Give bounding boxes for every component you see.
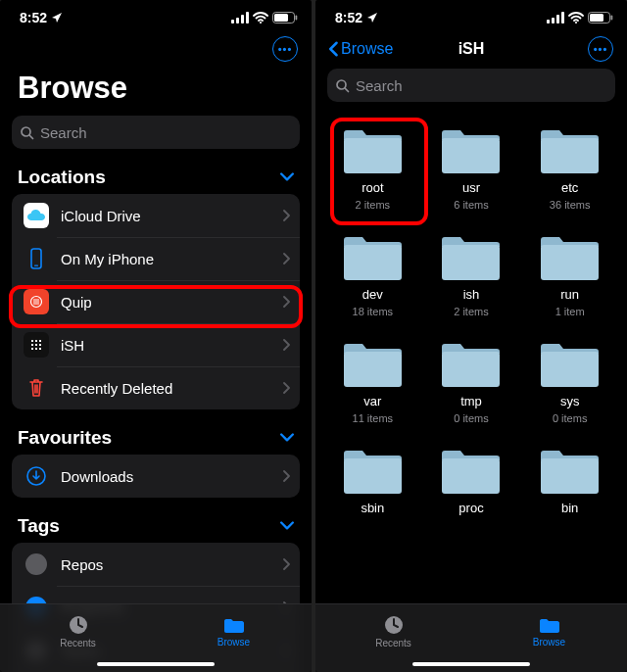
folder-subtitle: 1 item: [555, 306, 585, 317]
favourites-title: Favourites: [18, 427, 112, 449]
folder-item[interactable]: etc36 items: [526, 121, 613, 211]
row-label: Recently Deleted: [61, 380, 271, 397]
folder-name: etc: [561, 180, 578, 195]
svg-rect-21: [35, 348, 37, 350]
folder-name: sys: [560, 394, 580, 408]
location-row-quip[interactable]: Quip: [12, 280, 300, 323]
folder-subtitle: 2 items: [356, 199, 390, 211]
row-label: iCloud Drive: [61, 208, 271, 224]
folder-item[interactable]: usr6 items: [428, 121, 515, 211]
folder-icon: [340, 442, 406, 497]
folder-subtitle: 18 items: [353, 306, 394, 317]
folder-subtitle: 0 items: [454, 412, 488, 424]
more-button[interactable]: •••: [272, 36, 298, 62]
location-arrow-icon: [51, 12, 63, 24]
location-row-recentlydeleted[interactable]: Recently Deleted: [12, 366, 300, 409]
battery-icon: [272, 12, 298, 24]
nav-title: iSH: [458, 40, 485, 58]
folder-subtitle: 2 items: [454, 306, 488, 317]
right-screenshot: 8:52 Browse iSH ••• root2 itemsusr6 item…: [315, 0, 627, 672]
folder-name: bin: [561, 501, 578, 515]
locations-list: iCloud Drive On My iPhone Quip: [12, 194, 300, 409]
folder-name: ish: [463, 287, 480, 302]
folder-icon: [340, 228, 406, 283]
svg-rect-14: [31, 340, 33, 342]
folder-item[interactable]: run1 item: [526, 228, 613, 317]
search-field[interactable]: [327, 69, 615, 102]
clock-icon: [68, 614, 89, 636]
signal-icon: [547, 12, 564, 24]
favourites-list: Downloads: [12, 455, 300, 498]
tags-title: Tags: [18, 515, 60, 537]
wifi-icon: [568, 12, 584, 24]
status-time: 8:52: [20, 10, 47, 25]
folder-icon: [537, 442, 603, 497]
folder-item[interactable]: dev18 items: [329, 228, 416, 317]
locations-header[interactable]: Locations: [0, 163, 312, 194]
nav-bar: •••: [0, 29, 312, 69]
folder-name: sbin: [361, 501, 384, 515]
folder-item[interactable]: proc: [428, 442, 515, 519]
tags-header[interactable]: Tags: [0, 511, 312, 543]
more-button[interactable]: •••: [588, 36, 613, 62]
home-indicator: [97, 662, 215, 666]
chevron-right-icon: [283, 296, 290, 308]
battery-icon: [588, 12, 613, 24]
folder-subtitle: 36 items: [550, 199, 591, 211]
folder-item[interactable]: bin: [526, 442, 613, 519]
wifi-icon: [253, 12, 268, 24]
ish-icon: [24, 332, 49, 358]
folder-name: proc: [458, 501, 483, 515]
folder-name: run: [560, 287, 579, 302]
page-title: Browse: [0, 69, 312, 116]
tag-dot-icon: [24, 552, 49, 577]
chevron-down-icon: [280, 431, 294, 445]
chevron-right-icon: [283, 253, 290, 264]
signal-icon: [231, 12, 249, 24]
chevron-right-icon: [283, 339, 290, 351]
svg-rect-15: [35, 340, 37, 342]
location-row-icloud[interactable]: iCloud Drive: [12, 194, 300, 237]
svg-rect-20: [31, 348, 33, 350]
folder-icon: [537, 335, 603, 390]
svg-rect-12: [34, 265, 38, 266]
folder-icon: [538, 615, 561, 635]
folder-item[interactable]: ish2 items: [428, 228, 515, 317]
clock-icon: [383, 614, 405, 636]
svg-rect-18: [35, 344, 37, 346]
back-label: Browse: [341, 40, 393, 58]
favourites-header[interactable]: Favourites: [0, 423, 312, 455]
favourite-row-downloads[interactable]: Downloads: [12, 455, 300, 498]
folder-name: tmp: [460, 394, 482, 408]
search-field[interactable]: [12, 116, 300, 149]
back-button[interactable]: Browse: [329, 40, 393, 58]
tag-row[interactable]: Repos: [12, 543, 300, 586]
location-row-onmyiphone[interactable]: On My iPhone: [12, 237, 300, 280]
chevron-right-icon: [283, 558, 290, 570]
search-input[interactable]: [40, 124, 292, 141]
folder-name: var: [363, 394, 381, 408]
folder-icon: [222, 615, 246, 635]
home-indicator: [412, 662, 530, 666]
folder-subtitle: 6 items: [454, 199, 488, 211]
folder-name: usr: [462, 180, 480, 195]
folder-icon: [340, 121, 406, 176]
location-row-ish[interactable]: iSH: [12, 323, 300, 366]
folder-item[interactable]: tmp0 items: [428, 335, 515, 424]
row-label: iSH: [61, 337, 271, 354]
folder-subtitle: 11 items: [353, 412, 394, 424]
folder-name: root: [362, 180, 383, 195]
folder-item[interactable]: sys0 items: [526, 335, 613, 424]
search-icon: [20, 125, 34, 140]
chevron-right-icon: [283, 382, 290, 394]
folder-item[interactable]: root2 items: [329, 121, 416, 211]
status-bar: 8:52: [0, 0, 312, 29]
status-bar: 8:52: [315, 0, 627, 29]
svg-rect-17: [31, 344, 33, 346]
folder-grid: root2 itemsusr6 itemsetc36 itemsdev18 it…: [315, 116, 627, 519]
chevron-right-icon: [283, 470, 290, 482]
location-arrow-icon: [366, 12, 378, 24]
folder-item[interactable]: sbin: [329, 442, 416, 519]
search-input[interactable]: [356, 77, 607, 94]
folder-item[interactable]: var11 items: [329, 335, 416, 424]
